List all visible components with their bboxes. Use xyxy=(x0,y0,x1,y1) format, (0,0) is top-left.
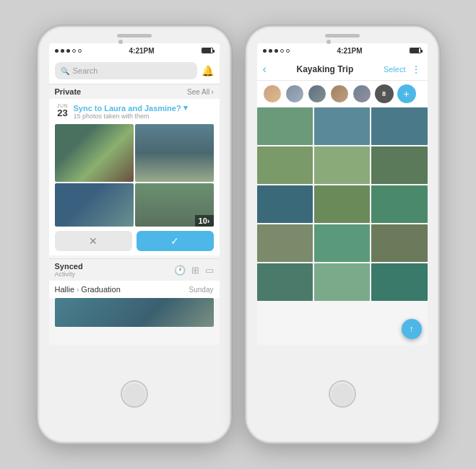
accept-icon: ✓ xyxy=(170,235,179,247)
avatar-add-button[interactable]: + xyxy=(397,84,416,103)
home-button-right[interactable] xyxy=(329,380,356,408)
private-card: JUN 23 Sync to Laura and Jasmine? ▾ 15 p… xyxy=(49,99,220,255)
camera-dot-left xyxy=(118,40,123,44)
search-icon: 🔍 xyxy=(61,67,69,75)
photo-count-text: 10› xyxy=(199,216,210,225)
kayak-photo-7[interactable] xyxy=(257,185,313,223)
kayak-photo-15[interactable] xyxy=(371,263,427,301)
card-title-area: Sync to Laura and Jasmine? ▾ 15 photos t… xyxy=(74,103,214,120)
left-screen: 4:21PM 🔍 Search 🔔 xyxy=(49,43,220,345)
photo-cell-1[interactable] xyxy=(55,124,134,182)
kayak-photo-4[interactable] xyxy=(257,146,313,184)
power-button xyxy=(230,142,232,164)
see-all-label: See All xyxy=(187,88,209,96)
card-title: Sync to Laura and Jasmine? ▾ xyxy=(74,103,214,113)
synced-view-toggles: 🕐 ⊞ ▭ xyxy=(174,265,214,276)
home-button-left[interactable] xyxy=(121,380,148,408)
kayak-photo-5[interactable] xyxy=(314,146,370,184)
album-thumbnail xyxy=(55,298,214,327)
photo-count-overlay: 10› xyxy=(195,215,214,227)
signal-dot-r1 xyxy=(263,49,267,53)
signal-dot-2 xyxy=(61,49,64,53)
album-title-right: Kayaking Trip xyxy=(297,64,354,74)
camera-dot-right xyxy=(326,40,331,44)
battery-right xyxy=(410,48,421,53)
list-icon[interactable]: ▭ xyxy=(205,265,214,276)
album-owner: Hallie xyxy=(55,285,75,294)
photo-grid: 10› xyxy=(55,124,214,227)
avatar-1[interactable] xyxy=(263,84,282,103)
iphone-bottom-right xyxy=(329,345,356,442)
decline-icon: ✕ xyxy=(89,235,98,247)
avatar-5[interactable] xyxy=(352,84,371,103)
status-bar-left: 4:21PM xyxy=(49,43,220,58)
status-time-right: 4:21PM xyxy=(337,47,362,55)
signal-dot-r3 xyxy=(274,49,278,53)
avatar-2[interactable] xyxy=(285,84,304,103)
notifications-icon[interactable]: 🔔 xyxy=(202,65,214,76)
avatar-row: 8 + xyxy=(257,81,428,108)
iphone-bottom-left xyxy=(121,345,148,442)
battery-icon-right xyxy=(410,48,421,53)
album-row[interactable]: Hallie › Graduation Sunday xyxy=(49,281,220,298)
share-fab-icon: ↑ xyxy=(410,324,414,334)
kayak-photo-9[interactable] xyxy=(371,185,427,223)
card-header: JUN 23 Sync to Laura and Jasmine? ▾ 15 p… xyxy=(55,103,214,120)
volume-buttons xyxy=(37,113,38,151)
synced-section-header: Synced Activity 🕐 ⊞ ▭ xyxy=(49,258,220,281)
photo-cell-2[interactable] xyxy=(135,124,214,182)
kayak-photo-8[interactable] xyxy=(314,185,370,223)
grid-icon[interactable]: ⊞ xyxy=(191,265,199,276)
kayak-photo-12[interactable] xyxy=(371,224,427,262)
select-button[interactable]: Select xyxy=(384,65,406,74)
left-phone: 4:21PM 🔍 Search 🔔 xyxy=(37,25,232,444)
back-button[interactable]: ‹ xyxy=(263,63,267,76)
carrier-signal-left xyxy=(55,49,82,53)
see-all-button[interactable]: See All › xyxy=(187,88,213,96)
synced-section: Synced Activity 🕐 ⊞ ▭ Hallie xyxy=(49,258,220,330)
right-phone: 4:21PM ‹ Kayaking Trip Select ⋮ xyxy=(245,25,440,444)
kayak-photo-1[interactable] xyxy=(257,108,313,145)
decline-button[interactable]: ✕ xyxy=(55,231,132,251)
search-placeholder: Search xyxy=(73,66,98,75)
kayak-photo-13[interactable] xyxy=(257,263,313,301)
speaker-left xyxy=(117,34,152,38)
battery-fill-left xyxy=(202,48,210,53)
date-day: 23 xyxy=(57,108,67,118)
photo-grid-3col xyxy=(257,108,428,301)
search-box[interactable]: 🔍 Search xyxy=(55,62,197,79)
synced-subtitle: Activity xyxy=(55,271,83,278)
kayak-photo-14[interactable] xyxy=(314,263,370,301)
accept-button[interactable]: ✓ xyxy=(137,231,214,251)
avatar-3[interactable] xyxy=(308,84,326,103)
search-bar: 🔍 Search 🔔 xyxy=(49,58,220,84)
battery-left xyxy=(202,48,213,53)
battery-fill-right xyxy=(410,48,418,53)
photo-cell-3[interactable] xyxy=(55,183,134,227)
more-button[interactable]: ⋮ xyxy=(411,63,421,75)
kayak-photo-3[interactable] xyxy=(371,108,427,145)
clock-icon[interactable]: 🕐 xyxy=(174,265,186,276)
synced-title: Synced xyxy=(55,262,83,271)
kayak-photo-10[interactable] xyxy=(257,224,313,262)
album-arrow-icon: › xyxy=(77,286,79,294)
date-box: JUN 23 xyxy=(55,103,71,118)
signal-dot-3 xyxy=(66,49,70,53)
card-expand-icon: ▾ xyxy=(183,103,188,113)
avatar-count-badge[interactable]: 8 xyxy=(375,84,394,103)
photo-cell-4[interactable]: 10› xyxy=(135,183,214,227)
action-buttons: ✕ ✓ xyxy=(55,231,214,251)
kayak-photo-6[interactable] xyxy=(371,146,427,184)
carrier-signal-right xyxy=(263,49,290,53)
signal-dot-r4 xyxy=(280,49,284,53)
card-subtitle: 15 photos taken with them xyxy=(74,113,214,120)
card-title-text: Sync to Laura and Jasmine? xyxy=(74,104,181,113)
album-title-area: Hallie › Graduation xyxy=(55,285,121,294)
avatar-4[interactable] xyxy=(330,84,349,103)
kayak-photo-11[interactable] xyxy=(314,224,370,262)
status-bar-right: 4:21PM xyxy=(257,43,428,58)
kayak-photo-2[interactable] xyxy=(314,108,370,145)
signal-dot-4 xyxy=(72,49,76,53)
share-fab-button[interactable]: ↑ xyxy=(402,319,422,339)
status-time-left: 4:21PM xyxy=(129,47,154,55)
